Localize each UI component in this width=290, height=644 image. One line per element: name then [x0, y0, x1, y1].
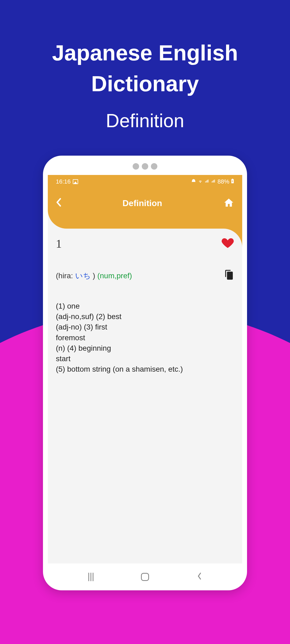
favorite-button[interactable] [221, 237, 234, 251]
content-area: 1 (hira: いち ) (num,pref) (1) one (adj-no… [48, 229, 242, 374]
home-button[interactable] [223, 197, 234, 209]
speaker-dots [133, 163, 157, 170]
system-nav-bar [43, 564, 247, 590]
wifi-icon [198, 178, 203, 185]
copy-button[interactable] [223, 269, 234, 282]
headword: 1 [56, 237, 62, 251]
phone-frame: 16:16 88% [43, 156, 247, 590]
status-time: 16:16 [56, 178, 71, 185]
signal-icon [205, 178, 209, 185]
status-battery: 88% [218, 178, 229, 185]
screen: 16:16 88% [48, 175, 242, 564]
part-of-speech: (num,pref) [97, 272, 132, 280]
back-button[interactable] [56, 197, 61, 209]
reading-hiragana: いち [75, 272, 91, 280]
picture-icon [73, 179, 78, 184]
app-title: Definition [122, 198, 162, 208]
battery-icon [231, 178, 234, 185]
nav-back-button[interactable] [197, 571, 202, 583]
header: 16:16 88% [48, 175, 242, 229]
promo-title: Japanese English Dictionary [0, 38, 290, 99]
nav-home-button[interactable] [141, 573, 149, 581]
promo-subtitle: Definition [0, 110, 290, 131]
signal-icon-2 [211, 178, 216, 185]
svg-rect-1 [232, 179, 233, 180]
nav-recents-button[interactable] [88, 573, 93, 581]
app-bar: Definition [48, 188, 242, 218]
definitions: (1) one (adj-no,suf) (2) best (adj-no) (… [56, 301, 234, 374]
reading-line: (hira: いち ) (num,pref) [56, 271, 132, 281]
reading-close: ) [91, 272, 97, 280]
promo-title-line1: Japanese English [52, 41, 238, 65]
status-bar: 16:16 88% [48, 175, 242, 188]
alarm-icon [191, 178, 196, 185]
promo-title-line2: Dictionary [91, 71, 199, 96]
reading-prefix: (hira: [56, 272, 75, 280]
